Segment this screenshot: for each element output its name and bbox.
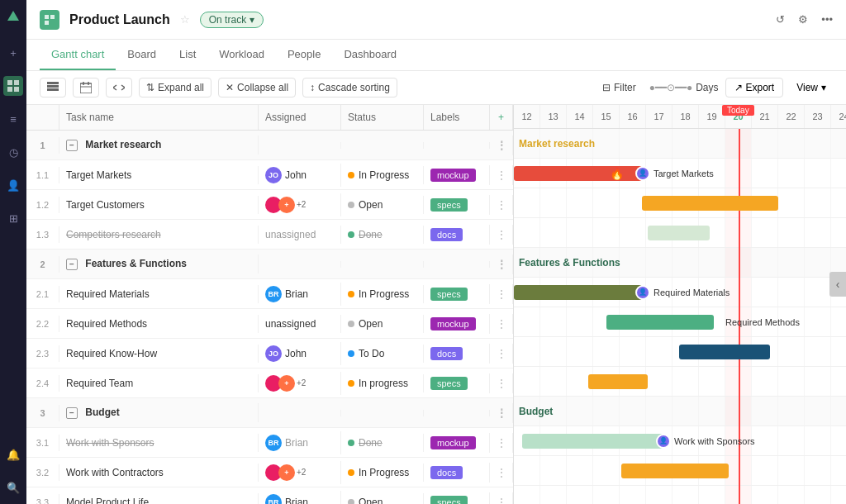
gantt-bar[interactable]: Budget (516, 406, 556, 417)
sidebar-icon-apps[interactable]: ⊞ (3, 208, 23, 228)
calendar-view-btn[interactable] (73, 78, 99, 97)
tab-list[interactable]: List (168, 40, 207, 70)
gantt-cell (593, 337, 620, 366)
sidebar-icon-clock[interactable]: ◷ (3, 142, 23, 162)
sidebar-icon-search[interactable]: 🔍 (3, 478, 23, 497)
gantt-bar[interactable] (621, 464, 729, 478)
gantt-bar[interactable]: 👤Work with Sponsors (522, 434, 755, 449)
more-menu-btn[interactable]: ⋮ (490, 254, 513, 274)
star-icon[interactable]: ☆ (180, 13, 190, 26)
more-menu-btn[interactable]: ⋮ (490, 195, 513, 215)
sidebar-icon-bell[interactable]: 🔔 (3, 445, 23, 464)
tab-board[interactable]: Board (116, 40, 168, 70)
more-menu-btn[interactable]: ⋮ (490, 314, 513, 334)
gantt-row-2.4 (514, 367, 846, 397)
gantt-cell (778, 218, 805, 247)
tab-dashboard[interactable]: Dashboard (332, 40, 408, 70)
status-badge[interactable]: On track ▾ (200, 12, 264, 28)
history-icon[interactable]: ↺ (776, 13, 785, 26)
gantt-bar[interactable] (642, 196, 778, 211)
sort-icon: ↕ (310, 82, 315, 93)
gantt-cell (778, 159, 805, 188)
assigned-cell: BRBrian (259, 431, 341, 454)
gantt-cell (831, 367, 846, 396)
gantt-scroll-indicator[interactable]: ‹ (829, 272, 846, 297)
gantt-row-2.3 (514, 337, 846, 367)
gantt-bar[interactable] (648, 226, 710, 240)
sidebar-icon-menu[interactable]: ≡ (3, 109, 23, 129)
view-label: View (796, 82, 818, 93)
gantt-bar[interactable] (588, 374, 648, 389)
col-add[interactable]: + (490, 105, 513, 130)
more-menu-btn[interactable]: ⋮ (490, 225, 513, 245)
status-cell (341, 142, 424, 149)
gantt-row-1.1: 🔥👤Target Markets (514, 159, 846, 188)
gantt-bar[interactable] (679, 345, 770, 359)
gantt-cell (673, 367, 699, 396)
table-row: 2.4 Required Team ++2 In progress specs … (26, 368, 513, 398)
gantt-bar[interactable]: Features & Functions (516, 257, 624, 269)
gantt-day-21: 21 (752, 105, 778, 128)
gantt-day-13: 13 (540, 105, 567, 128)
gantt-bar[interactable]: 👤Required Materials (514, 285, 730, 300)
gantt-cell (805, 159, 831, 188)
view-btn[interactable]: View ▾ (790, 78, 833, 97)
more-menu-btn[interactable]: ⋮ (490, 492, 513, 505)
status-cell: To Do (341, 345, 424, 363)
sidebar-icon-person[interactable]: 👤 (3, 175, 23, 195)
more-menu-btn[interactable]: ⋮ (490, 403, 513, 423)
gantt-row-2: Features & Functions (514, 248, 846, 278)
sidebar-icon-plus[interactable]: + (3, 43, 23, 63)
more-menu-btn[interactable]: ⋮ (490, 373, 513, 393)
gantt-bar[interactable]: Required Methods (606, 315, 800, 330)
export-btn[interactable]: ↗ Export (725, 78, 784, 97)
status-cell (341, 261, 424, 268)
gantt-bar[interactable]: Market research (516, 138, 598, 150)
col-assigned: Assigned (259, 105, 341, 130)
svg-rect-9 (47, 85, 59, 88)
tab-people[interactable]: People (276, 40, 332, 70)
status-cell: Open (341, 493, 424, 505)
settings-icon[interactable]: ⚙ (798, 13, 808, 26)
more-icon[interactable]: ••• (821, 13, 833, 26)
group-collapse-icon[interactable]: − (66, 140, 78, 151)
cascade-sorting-btn[interactable]: ↕ Cascade sorting (302, 78, 397, 97)
app-logo[interactable] (3, 7, 23, 26)
gantt-bar[interactable]: 🔥👤Target Markets (514, 166, 714, 181)
row-num: 3.2 (26, 464, 59, 481)
row-num: 2.4 (26, 375, 59, 392)
gantt-cell (620, 486, 646, 504)
tab-workload[interactable]: Workload (207, 40, 276, 70)
filter-btn[interactable]: ⊟ Filter (596, 78, 643, 97)
more-menu-btn[interactable]: ⋮ (490, 165, 513, 185)
more-menu-btn[interactable]: ⋮ (490, 344, 513, 364)
project-logo (40, 10, 59, 30)
label-cell (424, 142, 490, 149)
gantt-cell (778, 486, 805, 504)
gantt-row-2.1: 👤Required Materials (514, 278, 846, 307)
more-menu-btn[interactable]: ⋮ (490, 463, 513, 483)
more-menu-btn[interactable]: ⋮ (490, 284, 513, 304)
gantt-cell (620, 337, 646, 366)
tab-gantt-chart[interactable]: Gantt chart (40, 40, 116, 70)
days-slider: ●━━⊙━━● Days (649, 82, 719, 93)
more-menu-btn[interactable]: ⋮ (490, 433, 513, 453)
sidebar-icon-grid[interactable] (3, 76, 23, 96)
gantt-cell (673, 397, 699, 426)
gantt-cell (725, 218, 752, 247)
gantt-row-2.2: Required Methods (514, 307, 846, 337)
table-row: 3.1 Work with Sponsors BRBrian Done mock… (26, 428, 513, 458)
group-collapse-icon[interactable]: − (66, 259, 78, 270)
export-icon: ↗ (734, 82, 743, 93)
group-collapse-icon[interactable]: − (66, 407, 78, 419)
share-view-btn[interactable] (106, 78, 132, 97)
svg-rect-11 (80, 83, 92, 93)
group-name: − Features & Functions (59, 254, 259, 273)
more-menu-btn[interactable]: ⋮ (490, 136, 513, 155)
gantt-cell (673, 248, 699, 277)
table-view-btn[interactable] (40, 78, 66, 97)
slider-track[interactable]: ●━━⊙━━● (649, 82, 693, 93)
collapse-all-btn[interactable]: ✕ Collapse all (218, 78, 296, 97)
gantt-cell (778, 188, 805, 217)
expand-all-btn[interactable]: ⇅ Expand all (139, 78, 212, 97)
